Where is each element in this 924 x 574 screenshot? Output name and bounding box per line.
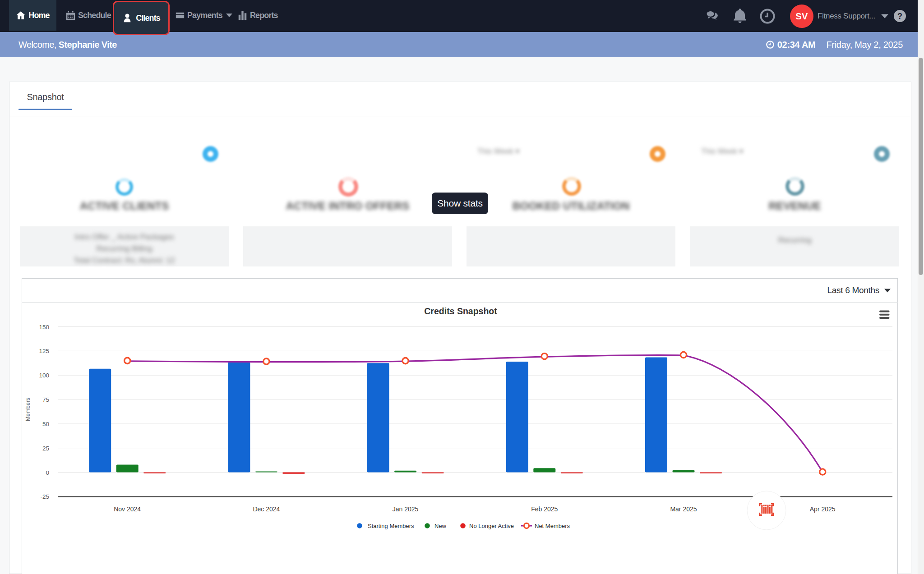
svg-text:125: 125: [39, 348, 49, 354]
svg-text:Jan 2025: Jan 2025: [393, 505, 419, 513]
svg-text:50: 50: [42, 421, 49, 427]
svg-text:0: 0: [46, 469, 49, 476]
svg-text:Net Members: Net Members: [535, 523, 570, 529]
svg-text:150: 150: [39, 324, 49, 331]
svg-text:Feb 2025: Feb 2025: [531, 505, 558, 513]
svg-text:New: New: [434, 523, 447, 529]
svg-text:Credits Snapshot: Credits Snapshot: [424, 306, 497, 316]
svg-text:Nov 2024: Nov 2024: [114, 505, 141, 513]
svg-text:25: 25: [42, 445, 49, 452]
svg-text:100: 100: [39, 372, 49, 379]
svg-text:?: ?: [897, 12, 902, 21]
svg-text:Mar 2025: Mar 2025: [670, 505, 697, 513]
svg-text:No Longer Active: No Longer Active: [469, 523, 514, 529]
svg-text:Dec 2024: Dec 2024: [253, 505, 280, 513]
svg-text:-25: -25: [40, 493, 49, 500]
svg-text:Starting Members: Starting Members: [368, 523, 414, 529]
svg-text:Apr 2025: Apr 2025: [810, 505, 836, 513]
svg-text:75: 75: [42, 396, 49, 403]
svg-text:Members: Members: [25, 398, 31, 421]
